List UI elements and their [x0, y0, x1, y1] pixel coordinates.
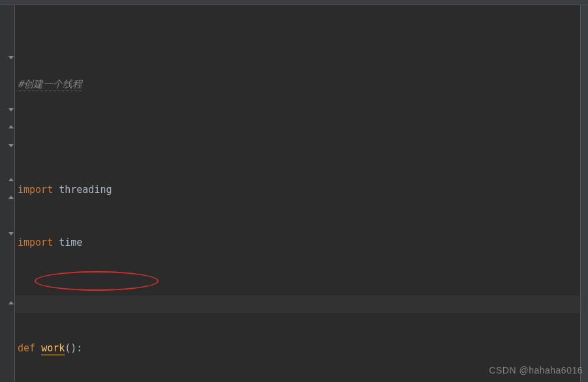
- keyword-import: import: [18, 184, 53, 196]
- keyword-import: import: [18, 237, 53, 248]
- function-name: work: [41, 342, 65, 355]
- watermark: CSDN @hahaha6016: [489, 362, 583, 379]
- module-name: time: [53, 237, 82, 248]
- comment: #创建一个线程: [18, 78, 82, 91]
- editor-gutter[interactable]: [0, 5, 15, 382]
- editor-tab-bar: [0, 0, 588, 5]
- code-editor: #创建一个线程 import threading import time def…: [0, 5, 588, 382]
- fold-marker-icon[interactable]: [8, 142, 14, 149]
- fold-marker-icon[interactable]: [8, 106, 14, 113]
- module-name: threading: [53, 184, 112, 196]
- fold-marker-icon[interactable]: [8, 301, 14, 307]
- fold-marker-icon[interactable]: [8, 54, 14, 61]
- code-content[interactable]: #创建一个线程 import threading import time def…: [15, 5, 588, 382]
- fold-marker-icon[interactable]: [8, 230, 14, 237]
- fold-marker-icon[interactable]: [8, 195, 14, 201]
- params: ():: [65, 342, 82, 354]
- keyword-def: def: [18, 342, 35, 354]
- fold-marker-icon[interactable]: [8, 125, 14, 131]
- right-scrollbar-area[interactable]: [580, 5, 588, 382]
- fold-marker-icon[interactable]: [8, 177, 14, 184]
